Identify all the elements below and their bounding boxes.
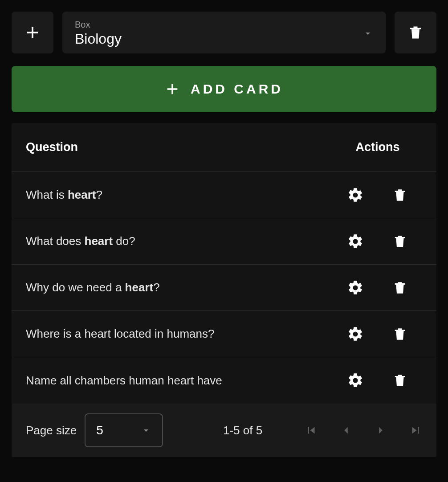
chevron-down-icon [141,425,151,436]
delete-button[interactable] [389,231,411,252]
delete-box-button[interactable] [395,12,436,53]
settings-button[interactable] [345,370,366,391]
settings-button[interactable] [345,323,366,345]
plus-icon [24,25,41,41]
column-header-question: Question [26,140,333,154]
trash-icon [392,279,407,296]
last-page-button[interactable] [409,424,422,437]
question-cell: Name all chambers human heart have [26,374,333,388]
add-card-button[interactable]: ADD CARD [12,66,436,112]
table-row: Where is a heart located in humans? [12,311,436,357]
delete-button[interactable] [389,184,411,206]
plus-icon [165,82,180,97]
question-cell: What does heart do? [26,234,333,248]
page-size-select[interactable]: 5 [85,413,163,447]
actions-cell [333,277,422,298]
first-page-button[interactable] [305,424,318,437]
settings-button[interactable] [345,184,366,206]
table-row: What does heart do? [12,218,436,265]
gear-icon [347,187,364,204]
add-card-label: ADD CARD [191,82,283,97]
delete-button[interactable] [389,277,411,298]
page-size-label: Page size [26,424,77,437]
settings-button[interactable] [345,231,366,252]
gear-icon [347,279,364,296]
last-page-icon [409,424,422,437]
column-header-actions: Actions [333,140,422,154]
question-cell: Where is a heart located in humans? [26,327,333,341]
actions-cell [333,184,422,206]
next-page-button[interactable] [374,424,387,437]
trash-icon [392,233,407,250]
table-row: Name all chambers human heart have [12,357,436,404]
add-box-button[interactable] [12,12,53,53]
table-footer: Page size 5 1-5 of 5 [12,404,436,457]
delete-button[interactable] [389,370,411,391]
prev-page-button[interactable] [339,424,353,437]
page-size-value: 5 [96,423,103,437]
actions-cell [333,370,422,391]
gear-icon [347,372,364,389]
gear-icon [347,326,364,343]
trash-icon [392,372,407,389]
cards-table: Question Actions What is heart?What does… [12,123,436,457]
table-row: What is heart? [12,172,436,218]
gear-icon [347,233,364,250]
trash-icon [392,187,407,204]
question-cell: What is heart? [26,188,333,202]
box-select-value: Biology [75,31,122,47]
chevron-right-icon [374,424,387,437]
table-header: Question Actions [12,123,436,172]
chevron-down-icon [362,28,373,39]
first-page-icon [305,424,318,437]
actions-cell [333,323,422,345]
table-row: Why do we need a heart? [12,265,436,311]
trash-icon [392,326,407,343]
delete-button[interactable] [389,323,411,345]
box-select[interactable]: Box Biology [62,12,386,53]
question-cell: Why do we need a heart? [26,281,333,294]
actions-cell [333,231,422,252]
trash-icon [407,24,424,41]
page-info: 1-5 of 5 [181,424,305,437]
chevron-left-icon [339,424,353,437]
box-select-label: Box [75,20,122,30]
settings-button[interactable] [345,277,366,298]
